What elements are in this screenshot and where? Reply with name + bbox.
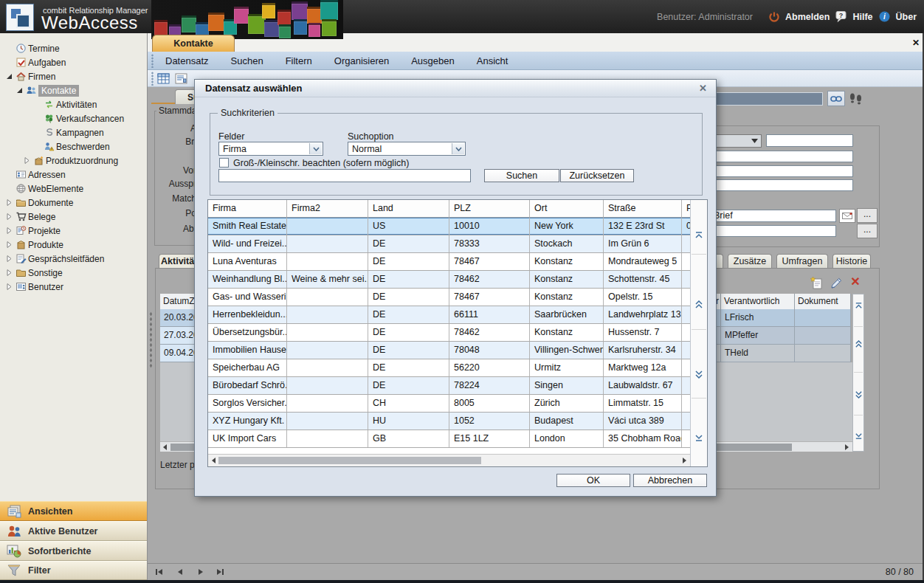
- sidebar-item-benutzer[interactable]: Benutzer: [0, 280, 151, 294]
- column-header[interactable]: PLZ: [449, 200, 530, 217]
- nav-next-icon[interactable]: [196, 568, 205, 576]
- sidebar-item-termine[interactable]: Termine: [0, 41, 151, 55]
- sidebar-item-adressen[interactable]: Adressen: [0, 168, 151, 182]
- letter-button[interactable]: [839, 209, 855, 223]
- column-header[interactable]: Straße: [604, 200, 682, 217]
- edit-pencil-icon[interactable]: [830, 277, 843, 289]
- sidebar-item-beschwerden[interactable]: Beschwerden: [0, 139, 179, 153]
- logout-button[interactable]: Abmelden: [785, 12, 830, 22]
- table-row[interactable]: Sorglos Versicher...CH8005ZürichLimmatst…: [208, 395, 690, 413]
- sidebar-item-gespraechsleitfaeden[interactable]: Gesprächsleitfäden: [0, 252, 151, 266]
- expander-collapsed-icon[interactable]: [4, 241, 14, 248]
- new-record-icon[interactable]: [810, 276, 824, 290]
- expander-expanded-icon[interactable]: [15, 87, 24, 94]
- list-view-icon[interactable]: [175, 73, 187, 84]
- footprints-icon[interactable]: [849, 92, 863, 106]
- menu-datensatz[interactable]: Datensatz: [165, 55, 209, 66]
- results-hscrollbar[interactable]: [208, 454, 690, 466]
- expander-collapsed-icon[interactable]: [22, 157, 32, 164]
- expander-collapsed-icon[interactable]: [4, 227, 14, 234]
- column-header[interactable]: P: [682, 200, 690, 217]
- panel-filter[interactable]: Filter: [0, 561, 147, 580]
- column-header[interactable]: Firma: [208, 200, 287, 217]
- chevron-down-icon[interactable]: [452, 143, 464, 154]
- sidebar-item-verkaufschancen[interactable]: Verkaufschancen: [0, 111, 179, 125]
- grid-view-icon[interactable]: [157, 73, 170, 84]
- scroll-left-icon[interactable]: [162, 444, 168, 450]
- about-button[interactable]: Über: [896, 12, 917, 22]
- scroll-bottom-icon[interactable]: [694, 433, 703, 442]
- scroll-right-icon[interactable]: [844, 444, 849, 450]
- tab-zusaetze[interactable]: Zusätze: [728, 254, 772, 268]
- form-field[interactable]: [694, 151, 853, 162]
- scroll-top-icon[interactable]: [694, 231, 703, 240]
- activities-hscrollbar-right[interactable]: [711, 441, 852, 452]
- nav-prev-icon[interactable]: [176, 568, 185, 576]
- close-icon[interactable]: ✕: [699, 83, 707, 94]
- form-field[interactable]: [766, 134, 853, 147]
- column-header[interactable]: Verantwortlich: [721, 294, 795, 309]
- expander-collapsed-icon[interactable]: [4, 283, 14, 290]
- results-vscrollbar[interactable]: [690, 200, 707, 466]
- panel-aktive-benutzer[interactable]: Aktive Benutzer: [0, 521, 147, 541]
- sidebar-item-sonstige[interactable]: Sonstige: [0, 266, 151, 280]
- delete-icon[interactable]: ✕: [848, 275, 863, 289]
- sidebar-item-firmen[interactable]: Firmen: [0, 69, 151, 83]
- scroll-top-icon[interactable]: [855, 302, 863, 310]
- panel-ansichten[interactable]: Ansichten: [0, 501, 147, 521]
- dialog-titlebar[interactable]: Datensatz auswählen ✕: [195, 80, 716, 97]
- table-row[interactable]: Smith Real EstateUS10010New York132 E 23…: [208, 218, 690, 235]
- expander-collapsed-icon[interactable]: [4, 213, 14, 220]
- column-header[interactable]: Ort: [530, 200, 604, 217]
- splitter-handle[interactable]: [150, 311, 152, 369]
- table-row[interactable]: Weinhandlung Bl...Weine & mehr sei...DE7…: [208, 271, 690, 289]
- menu-filtern[interactable]: Filtern: [286, 55, 312, 66]
- scroll-right-icon[interactable]: [682, 458, 687, 463]
- table-row[interactable]: Bürobedarf Schrö...DE78224SingenLaubwald…: [208, 377, 690, 395]
- sidebar-item-kontakte[interactable]: Kontakte: [0, 83, 161, 97]
- sidebar-item-belege[interactable]: Belege: [0, 210, 151, 224]
- sidebar-item-produkte[interactable]: Produkte: [0, 238, 151, 252]
- nav-last-icon[interactable]: [216, 568, 224, 576]
- reset-button[interactable]: Zurücksetzen: [560, 169, 634, 182]
- case-sensitive-checkbox[interactable]: [219, 158, 229, 168]
- tab-kontakte[interactable]: Kontakte: [152, 35, 235, 52]
- table-row[interactable]: XYZ Hungary Kft.HU1052BudapestVáci utca …: [208, 413, 690, 430]
- sidebar-item-webelemente[interactable]: WebElemente: [0, 182, 151, 196]
- scroll-pagedown-icon[interactable]: [694, 370, 703, 379]
- sidebar-item-kampagnen[interactable]: Kampagnen: [0, 125, 179, 139]
- table-row[interactable]: UK Import CarsGBE15 1LZLondon35 Chobham …: [208, 430, 690, 448]
- scroll-pagedown-icon[interactable]: [855, 390, 863, 399]
- firma-header-field[interactable]: [711, 92, 823, 106]
- expander-expanded-icon[interactable]: [4, 73, 14, 80]
- sidebar-item-projekte[interactable]: Projekte: [0, 224, 151, 238]
- tab-umfragen[interactable]: Umfragen: [776, 254, 828, 268]
- menu-ausgeben[interactable]: Ausgeben: [411, 55, 455, 66]
- table-row[interactable]: Gas- und Wasseri...DE78467KonstanzOpelst…: [208, 289, 690, 306]
- nav-first-icon[interactable]: [155, 568, 164, 576]
- menu-suchen[interactable]: Suchen: [231, 55, 263, 66]
- sidebar-item-aufgaben[interactable]: Aufgaben: [0, 55, 151, 69]
- scroll-left-icon[interactable]: [211, 458, 216, 463]
- column-header[interactable]: Firma2: [287, 200, 368, 217]
- form-field[interactable]: [694, 165, 853, 177]
- scrollbar-thumb[interactable]: [711, 444, 792, 451]
- table-row[interactable]: Speicherbau AGDE56220UrmitzMarktweg 12a: [208, 359, 690, 377]
- link-button[interactable]: [827, 91, 845, 106]
- table-row[interactable]: Luna AventurasDE78467KonstanzMondrautewe…: [208, 253, 690, 271]
- scroll-bottom-icon[interactable]: [855, 432, 863, 440]
- scroll-pageup-icon[interactable]: [855, 340, 863, 348]
- column-header[interactable]: Dokument: [795, 294, 851, 309]
- sidebar-item-produktzuordnung[interactable]: Produktzuordnung: [0, 153, 168, 168]
- sidebar-item-aktivitaeten[interactable]: Aktivitäten: [0, 97, 179, 111]
- column-header[interactable]: Land: [368, 200, 449, 217]
- expander-collapsed-icon[interactable]: [4, 199, 14, 206]
- menu-organisieren[interactable]: Organisieren: [334, 55, 389, 66]
- searchoption-dropdown[interactable]: Normal: [348, 142, 466, 156]
- close-tab-icon[interactable]: ✕: [910, 37, 922, 49]
- sidebar-item-dokumente[interactable]: Dokumente: [0, 196, 151, 210]
- cancel-button[interactable]: Abbrechen: [633, 474, 707, 487]
- ok-button[interactable]: OK: [556, 474, 630, 487]
- panel-sofortberichte[interactable]: Sofortberichte: [0, 541, 147, 561]
- activities-vscrollbar[interactable]: [852, 294, 864, 452]
